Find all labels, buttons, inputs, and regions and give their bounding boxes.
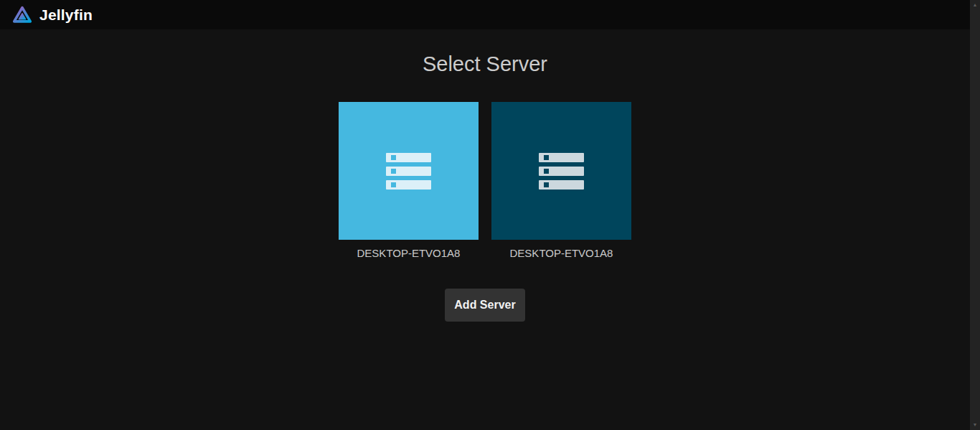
server-card-1[interactable]: DESKTOP-ETVO1A8 [339,102,479,259]
add-server-button[interactable]: Add Server [445,289,525,322]
app-header: Jellyfin [0,0,970,29]
server-storage-icon [539,153,584,190]
select-server-page: Select Server DESKTOP-ETVO1A8 DESKTOP [0,29,970,430]
server-name: DESKTOP-ETVO1A8 [357,247,461,259]
server-card-1-tile[interactable] [339,102,479,240]
scrollbar[interactable]: ▲ ▼ [970,0,980,430]
jellyfin-triangle-icon [11,4,33,26]
jellyfin-logo[interactable]: Jellyfin [11,4,93,26]
server-name: DESKTOP-ETVO1A8 [510,247,613,259]
page-title: Select Server [423,51,547,77]
server-card-2[interactable]: DESKTOP-ETVO1A8 [491,102,631,259]
server-card-2-tile[interactable] [491,102,631,240]
app-title: Jellyfin [39,6,93,24]
scrollbar-up-arrow-icon[interactable]: ▲ [970,1,980,9]
scrollbar-down-arrow-icon[interactable]: ▼ [970,421,980,429]
server-list: DESKTOP-ETVO1A8 DESKTOP-ETVO1A8 [339,102,631,259]
server-storage-icon [386,153,431,190]
